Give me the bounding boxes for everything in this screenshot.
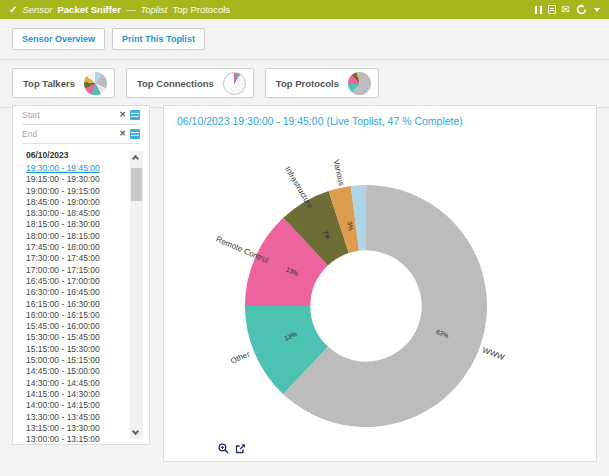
interval-item[interactable]: 15:15:00 - 15:30:00 <box>13 344 149 355</box>
slice-label: Infrastructure <box>283 165 315 211</box>
refresh-icon[interactable] <box>576 4 587 15</box>
scroll-up-icon[interactable] <box>132 155 139 162</box>
start-date-field: ✕ <box>22 106 140 125</box>
interval-item[interactable]: 18:00:00 - 18:15:00 <box>13 231 149 242</box>
start-date-input[interactable] <box>22 110 115 120</box>
interval-item[interactable]: 15:30:00 - 15:45:00 <box>13 332 149 343</box>
email-icon[interactable]: ✉ <box>562 5 570 15</box>
interval-item[interactable]: 14:00:00 - 14:15:00 <box>13 400 149 411</box>
sensor-kind-label: Sensor <box>22 4 52 15</box>
interval-item[interactable]: 14:45:00 - 15:00:00 <box>13 366 149 377</box>
interval-item[interactable]: 14:15:00 - 14:30:00 <box>13 389 149 400</box>
chart-actions <box>218 443 246 454</box>
scrollbar[interactable] <box>130 151 143 439</box>
interval-item[interactable]: 18:30:00 - 18:45:00 <box>13 208 149 219</box>
interval-item[interactable]: 13:15:00 - 13:30:00 <box>13 423 149 434</box>
interval-item[interactable]: 17:30:00 - 17:45:00 <box>13 253 149 264</box>
interval-item[interactable]: 15:45:00 - 16:00:00 <box>13 321 149 332</box>
interval-item[interactable]: 16:00:00 - 16:15:00 <box>13 310 149 321</box>
slice-label: Various <box>331 159 346 187</box>
interval-item[interactable]: 19:15:00 - 19:30:00 <box>13 174 149 185</box>
interval-sidebar: ✕ ✕ 06/10/2023 19:30:00 - 19:45:0019:15:… <box>12 105 150 445</box>
pie-chart-icon <box>84 72 107 95</box>
interval-item[interactable]: 18:15:00 - 18:30:00 <box>13 219 149 230</box>
interval-item[interactable]: 17:00:00 - 17:15:00 <box>13 265 149 276</box>
interval-item[interactable]: 16:30:00 - 16:45:00 <box>13 287 149 298</box>
clear-start-icon[interactable]: ✕ <box>119 111 126 119</box>
pie-chart-icon <box>348 72 371 95</box>
interval-item[interactable]: 19:30:00 - 19:45:00 <box>13 163 149 174</box>
interval-item[interactable]: 16:15:00 - 16:30:00 <box>13 299 149 310</box>
clear-end-icon[interactable]: ✕ <box>119 130 126 138</box>
status-ok-icon: ✓ <box>9 4 17 15</box>
calendar-icon[interactable] <box>130 129 140 139</box>
breadcrumb-separator: — <box>126 4 136 15</box>
sensor-name-link[interactable]: Packet Sniffer <box>58 4 121 15</box>
interval-item[interactable]: 15:00:00 - 15:15:00 <box>13 355 149 366</box>
tab-top-connections[interactable]: Top Connections <box>126 68 254 98</box>
app-header: ✓ Sensor Packet Sniffer — Toplist Top Pr… <box>0 0 609 19</box>
interval-item[interactable]: 18:45:00 - 19:00:00 <box>13 197 149 208</box>
tab-label: Top Connections <box>137 78 214 89</box>
end-date-field: ✕ <box>22 125 140 144</box>
protocol-donut-chart: WWW62%Other13%Remote Control13%Infrastru… <box>164 106 596 461</box>
interval-date-header: 06/10/2023 <box>13 144 149 163</box>
interval-item[interactable]: 17:45:00 - 18:00:00 <box>13 242 149 253</box>
toplist-tabs: Top TalkersTop ConnectionsTop Protocols <box>0 60 609 108</box>
zoom-icon[interactable] <box>218 443 229 454</box>
pie-chart-icon <box>223 72 246 95</box>
interval-item[interactable]: 13:30:00 - 13:45:00 <box>13 412 149 423</box>
open-external-icon[interactable] <box>235 443 246 454</box>
interval-list: 19:30:00 - 19:45:0019:15:00 - 19:30:0019… <box>13 163 149 445</box>
calendar-icon[interactable] <box>130 110 140 120</box>
tab-label: Top Protocols <box>276 78 339 89</box>
print-toplist-button[interactable]: Print This Toplist <box>112 28 205 50</box>
pause-icon[interactable] <box>535 6 542 14</box>
page-title: Top Protocols <box>172 4 230 15</box>
sensor-overview-button[interactable]: Sensor Overview <box>12 28 105 50</box>
tab-label: Top Talkers <box>23 78 75 89</box>
interval-item[interactable]: 13:00:00 - 13:15:00 <box>13 434 149 445</box>
slice-label: WWW <box>481 345 506 362</box>
report-icon[interactable] <box>548 5 556 14</box>
toolbar: Sensor Overview Print This Toplist <box>0 19 609 60</box>
interval-item[interactable]: 14:30:00 - 14:45:00 <box>13 378 149 389</box>
chevron-down-icon[interactable] <box>594 8 600 12</box>
scroll-down-icon[interactable] <box>132 428 139 435</box>
tab-top-protocols[interactable]: Top Protocols <box>265 68 379 98</box>
scrollbar-thumb[interactable] <box>131 168 142 201</box>
tab-top-talkers[interactable]: Top Talkers <box>12 68 115 98</box>
toplist-panel: 06/10/2023 19:30:00 - 19:45:00 (Live Top… <box>163 105 597 462</box>
interval-item[interactable]: 19:00:00 - 19:15:00 <box>13 186 149 197</box>
interval-item[interactable]: 16:45:00 - 17:00:00 <box>13 276 149 287</box>
section-kind-label: Toplist <box>140 4 167 15</box>
slice-label: Other <box>229 349 251 365</box>
end-date-input[interactable] <box>22 129 115 139</box>
